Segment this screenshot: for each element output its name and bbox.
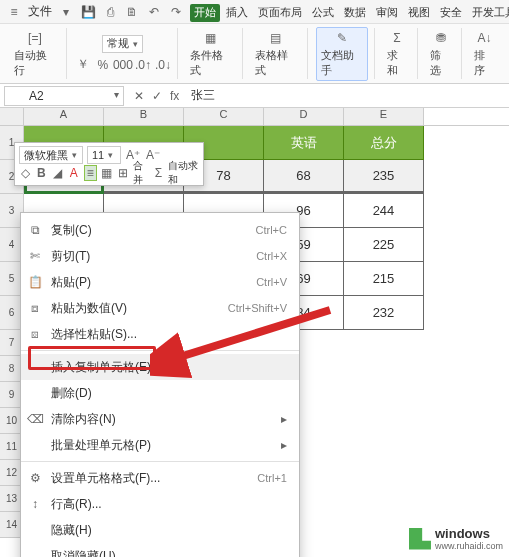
table-style-icon: ▤ [268, 30, 284, 46]
chevron-down-icon: ▾ [133, 39, 138, 49]
ribbon: [=] 自动换行 常规 ▾ ￥ % 000 .0↑ .0↓ ▦ 条件格式 ▤ 表… [0, 24, 509, 84]
merge-icon[interactable]: ⊞ [117, 165, 129, 181]
ctx-paste[interactable]: 📋 粘贴(P) Ctrl+V [21, 269, 299, 295]
col-header-b[interactable]: B [104, 108, 184, 125]
ctx-label: 粘贴为数值(V) [51, 300, 127, 317]
cell[interactable]: 68 [264, 160, 344, 194]
tab-start[interactable]: 开始 [190, 4, 220, 22]
doc-helper-icon: ✎ [334, 30, 350, 46]
funnel-icon: ⛃ [433, 30, 449, 46]
table-style-label: 表格样式 [255, 48, 297, 78]
font-name-combo[interactable]: 微软雅黑▾ [19, 146, 83, 164]
ctx-label: 设置单元格格式(F)... [51, 470, 160, 487]
sum-button[interactable]: Σ 求和 [383, 28, 412, 80]
col-header-e[interactable]: E [344, 108, 424, 125]
font-size-combo[interactable]: 11▾ [87, 146, 121, 164]
watermark-sub: www.ruhaidi.com [435, 541, 503, 551]
col-header-d[interactable]: D [264, 108, 344, 125]
file-menu[interactable]: 文件 [28, 3, 52, 20]
cell[interactable]: 225 [344, 228, 424, 262]
ctx-cut[interactable]: ✄ 剪切(T) Ctrl+X [21, 243, 299, 269]
ctx-clear[interactable]: ⌫ 清除内容(N) ▸ [21, 406, 299, 432]
chevron-down-icon: ▾ [114, 89, 119, 100]
print-icon[interactable]: ⎙ [102, 4, 118, 20]
align-icon[interactable]: ≡ [84, 165, 97, 181]
tab-layout[interactable]: 页面布局 [254, 4, 306, 22]
row-height-icon: ↕ [27, 497, 43, 511]
ctx-copy[interactable]: ⧉ 复制(C) Ctrl+C [21, 217, 299, 243]
bold-button[interactable]: B [35, 165, 47, 181]
ctx-label: 粘贴(P) [51, 274, 91, 291]
save-icon[interactable]: 💾 [80, 4, 96, 20]
percent-icon[interactable]: % [95, 57, 111, 73]
wrap-text-button[interactable]: [=] 自动换行 [10, 28, 60, 80]
clear-format-icon[interactable]: ◇ [19, 165, 31, 181]
thousands-icon[interactable]: 000 [115, 57, 131, 73]
borders-icon[interactable]: ▦ [101, 165, 113, 181]
tab-formula[interactable]: 公式 [308, 4, 338, 22]
ctx-paste-values[interactable]: ⧈ 粘贴为数值(V) Ctrl+Shift+V [21, 295, 299, 321]
cond-format-label: 条件格式 [190, 48, 232, 78]
name-box[interactable]: A2 ▾ [4, 86, 124, 106]
ctx-format-cells[interactable]: ⚙ 设置单元格格式(F)... Ctrl+1 [21, 465, 299, 491]
cell[interactable]: 244 [344, 194, 424, 228]
chevron-down-icon[interactable]: ▾ [58, 4, 74, 20]
number-format-combo[interactable]: 常规 ▾ [102, 35, 143, 53]
tab-security[interactable]: 安全 [436, 4, 466, 22]
column-headers: A B C D E [0, 108, 509, 126]
tab-insert[interactable]: 插入 [222, 4, 252, 22]
mini-toolbar: 微软雅黑▾ 11▾ A⁺ A⁻ ◇ B ◢ A ≡ ▦ ⊞ 合并 Σ 自动求和 [14, 142, 204, 186]
cell[interactable]: 235 [344, 160, 424, 194]
cell[interactable]: 英语 [264, 126, 344, 160]
currency-icon[interactable]: ￥ [75, 57, 91, 73]
sigma-icon: Σ [389, 30, 405, 46]
shortcut: Ctrl+X [256, 250, 287, 262]
tab-data[interactable]: 数据 [340, 4, 370, 22]
cell[interactable]: 总分 [344, 126, 424, 160]
app-menu-icon[interactable]: ≡ [6, 4, 22, 20]
ctx-batch[interactable]: 批量处理单元格(P) ▸ [21, 432, 299, 458]
font-color-icon[interactable]: A [68, 165, 80, 181]
ctx-unhide[interactable]: 取消隐藏(U) [21, 543, 299, 557]
format-icon: ⚙ [27, 471, 43, 485]
cond-format-button[interactable]: ▦ 条件格式 [186, 28, 236, 80]
menu-tabs: 开始 插入 页面布局 公式 数据 审阅 视图 安全 开发工具 特色应用 [186, 4, 509, 22]
ctx-delete[interactable]: 删除(D) [21, 380, 299, 406]
cell[interactable]: 232 [344, 296, 424, 330]
ctx-hide[interactable]: 隐藏(H) [21, 517, 299, 543]
tab-review[interactable]: 审阅 [372, 4, 402, 22]
tab-view[interactable]: 视图 [404, 4, 434, 22]
filter-button[interactable]: ⛃ 筛选 [426, 28, 455, 80]
inc-decimal-icon[interactable]: .0↑ [135, 57, 151, 73]
font-name-value: 微软雅黑 [24, 148, 68, 163]
fill-color-icon[interactable]: ◢ [51, 165, 63, 181]
print-preview-icon[interactable]: 🗎 [124, 4, 140, 20]
col-header-c[interactable]: C [184, 108, 264, 125]
accept-icon[interactable]: ✓ [152, 89, 162, 103]
shortcut: Ctrl+Shift+V [228, 302, 287, 314]
watermark-brand: windows [435, 526, 503, 541]
tab-dev[interactable]: 开发工具 [468, 4, 509, 22]
sigma-icon: Σ [152, 165, 164, 181]
ctx-label: 选择性粘贴(S)... [51, 326, 137, 343]
cell[interactable]: 215 [344, 262, 424, 296]
dec-decimal-icon[interactable]: .0↓ [155, 57, 171, 73]
separator [21, 350, 299, 351]
chevron-down-icon: ▾ [108, 150, 113, 160]
redo-icon[interactable]: ↷ [168, 4, 184, 20]
sort-button[interactable]: A↓ 排序 [470, 28, 499, 80]
ctx-row-height[interactable]: ↕ 行高(R)... [21, 491, 299, 517]
cancel-icon[interactable]: ✕ [134, 89, 144, 103]
formula-value[interactable]: 张三 [185, 85, 221, 106]
context-menu: ⧉ 复制(C) Ctrl+C ✄ 剪切(T) Ctrl+X 📋 粘贴(P) Ct… [20, 212, 300, 557]
fx-icon[interactable]: fx [170, 89, 179, 103]
select-all-corner[interactable] [0, 108, 24, 125]
doc-helper-button[interactable]: ✎ 文档助手 [316, 27, 368, 81]
ctx-paste-special[interactable]: ⧇ 选择性粘贴(S)... [21, 321, 299, 347]
merge-label[interactable]: 合并 [133, 159, 148, 187]
autosum-label[interactable]: 自动求和 [168, 159, 199, 187]
undo-icon[interactable]: ↶ [146, 4, 162, 20]
col-header-a[interactable]: A [24, 108, 104, 125]
table-style-button[interactable]: ▤ 表格样式 [251, 28, 301, 80]
ctx-insert-copied-cells[interactable]: 插入复制单元格(E) [21, 354, 299, 380]
